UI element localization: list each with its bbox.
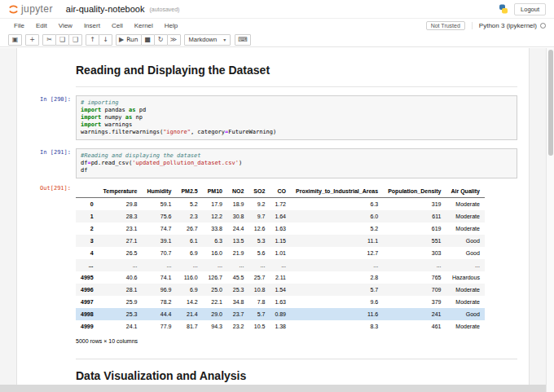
- table-row[interactable]: 499628.196.96.925.025.310.81.545.7709Mod…: [76, 284, 485, 296]
- table-cell: 6.9: [176, 284, 202, 296]
- table-cell: 9.2: [248, 198, 270, 211]
- table-cell: 24.4: [227, 222, 248, 235]
- menu-help[interactable]: Help: [159, 20, 183, 31]
- code-cell-290[interactable]: In [290]: # importingimport pandas as pd…: [17, 91, 529, 144]
- scrollbar-thumb[interactable]: [548, 50, 553, 156]
- paste-cell-button[interactable]: ❑: [68, 34, 82, 46]
- table-cell: 10.8: [248, 284, 270, 296]
- save-icon: ▣: [12, 36, 19, 43]
- table-cell: 241: [383, 308, 446, 320]
- markdown-cell-heading1[interactable]: Reading and Displaying the Dataset: [17, 55, 529, 91]
- restart-kernel-button[interactable]: ↻: [154, 34, 168, 46]
- jupyter-logo[interactable]: jupyter: [8, 3, 53, 15]
- menu-file[interactable]: File: [8, 20, 30, 31]
- table-cell: Hazardous: [446, 271, 485, 284]
- menu-kernel[interactable]: Kernel: [129, 20, 159, 31]
- run-button[interactable]: ▶Run: [116, 34, 142, 46]
- table-row[interactable]: 128.375.62.312.230.89.71.646.0611Moderat…: [76, 210, 485, 222]
- table-row[interactable]: 223.174.726.733.824.412.61.635.2619Moder…: [76, 222, 485, 235]
- row-index: 4997: [76, 296, 99, 308]
- table-cell: 39.1: [142, 235, 176, 247]
- cut-cell-button[interactable]: ✂: [42, 34, 56, 46]
- table-row[interactable]: .................................: [76, 259, 485, 271]
- stop-button[interactable]: ■: [141, 34, 155, 46]
- table-cell: 96.9: [142, 284, 176, 296]
- menu-cell[interactable]: Cell: [106, 20, 129, 31]
- command-palette-button[interactable]: ⌨: [235, 34, 251, 46]
- cell-type-value: Markdown: [189, 36, 218, 43]
- code-line: import numpy as np: [81, 114, 512, 121]
- table-row[interactable]: 426.570.76.916.021.95.61.0112.7303Good: [76, 247, 485, 259]
- menu-insert[interactable]: Insert: [78, 20, 106, 31]
- command-palette-group: ⌨: [235, 34, 250, 46]
- table-cell: ...: [270, 259, 291, 271]
- logout-button[interactable]: Logout: [514, 3, 546, 15]
- table-cell: 319: [383, 198, 446, 211]
- copy-cell-button[interactable]: ❏: [55, 34, 69, 46]
- code-line: import warnings: [81, 121, 512, 129]
- move-cell-down-button[interactable]: ↓: [99, 34, 112, 46]
- restart-run-all-button[interactable]: ≫: [167, 34, 181, 46]
- trust-badge[interactable]: Not Trusted: [426, 21, 465, 30]
- vertical-scrollbar[interactable]: [546, 48, 554, 392]
- column-header: Humidity: [142, 185, 176, 198]
- column-header: CO: [270, 185, 291, 198]
- table-cell: 6.0: [291, 210, 383, 222]
- code-input-291[interactable]: #Reading and displaying the datasetdf=pd…: [76, 148, 517, 178]
- table-row[interactable]: 029.859.15.217.918.99.21.726.3319Moderat…: [76, 198, 485, 211]
- table-cell: 14.2: [176, 296, 202, 308]
- cut-cell-icon: ✂: [46, 36, 52, 43]
- empty-prompt: [17, 59, 76, 87]
- table-cell: 12.6: [248, 222, 270, 235]
- code-line: # importing: [81, 99, 512, 107]
- table-cell: 23.7: [227, 308, 248, 320]
- table-cell: 11.6: [291, 308, 383, 320]
- column-header: Air Quality: [446, 185, 485, 198]
- output-prompt-291: Out[291]:: [17, 184, 76, 351]
- table-cell: 24.1: [99, 320, 143, 333]
- copy-cell-icon: ❏: [59, 36, 65, 43]
- table-cell: ...: [142, 259, 176, 271]
- table-row[interactable]: 499725.978.214.222.134.87.81.639.6379Mod…: [76, 296, 485, 308]
- table-cell: 78.2: [142, 296, 176, 308]
- jupyter-logo-icon: [8, 4, 19, 15]
- table-cell: 40.6: [99, 271, 143, 284]
- table-row[interactable]: 327.139.16.16.313.55.31.1511.1551Good: [76, 235, 485, 247]
- menu-edit[interactable]: Edit: [30, 20, 53, 31]
- table-cell: 765: [383, 271, 446, 284]
- table-cell: 75.6: [142, 210, 176, 222]
- code-input-290[interactable]: # importingimport pandas as pdimport num…: [76, 95, 517, 140]
- table-cell: 6.9: [176, 247, 202, 259]
- row-index: 4999: [76, 320, 99, 333]
- page-bottom-band: [0, 385, 554, 392]
- table-row[interactable]: 499825.344.421.429.023.75.70.8911.6241Go…: [76, 308, 485, 320]
- menu-view[interactable]: View: [53, 20, 78, 31]
- dataframe-table: TemperatureHumidityPM2.5PM10NO2SO2COProx…: [76, 185, 485, 333]
- kernel-indicator[interactable]: Python 3 (ipykernel): [472, 22, 546, 29]
- notebook-title[interactable]: air-quality-notebook: [66, 4, 145, 14]
- table-cell: 6.3: [203, 235, 227, 247]
- row-index: 4: [76, 247, 99, 259]
- toolbar-group: ↑↓: [86, 34, 112, 46]
- save-button[interactable]: ▣: [8, 34, 22, 46]
- cell-type-select[interactable]: Markdown ▾: [184, 34, 231, 46]
- table-cell: Good: [446, 235, 485, 247]
- table-cell: 11.1: [291, 235, 383, 247]
- toolbar: ▣+✂❏❑↑↓▶Run■↻≫ Markdown ▾ ⌨: [0, 33, 554, 47]
- table-cell: 74.1: [142, 271, 176, 284]
- notebook-page: Reading and Displaying the Dataset In [2…: [0, 48, 546, 392]
- cell-divider: [76, 359, 517, 359]
- row-index: 1: [76, 210, 99, 222]
- table-row[interactable]: 499924.177.981.794.323.210.51.388.3461Mo…: [76, 320, 485, 333]
- jupyter-logo-text: jupyter: [21, 3, 53, 15]
- notebook-container: Reading and Displaying the Dataset In [2…: [16, 48, 530, 392]
- table-cell: 12.2: [203, 210, 227, 222]
- table-cell: 28.3: [99, 210, 143, 222]
- table-row[interactable]: 499540.674.1116.0126.745.525.72.112.8765…: [76, 271, 485, 284]
- table-cell: 116.0: [176, 271, 202, 284]
- row-index: 0: [76, 198, 99, 211]
- add-cell-button[interactable]: +: [25, 34, 39, 46]
- table-cell: 27.1: [99, 235, 143, 247]
- code-cell-291[interactable]: In [291]: #Reading and displaying the da…: [17, 144, 529, 183]
- move-cell-up-button[interactable]: ↑: [86, 34, 99, 46]
